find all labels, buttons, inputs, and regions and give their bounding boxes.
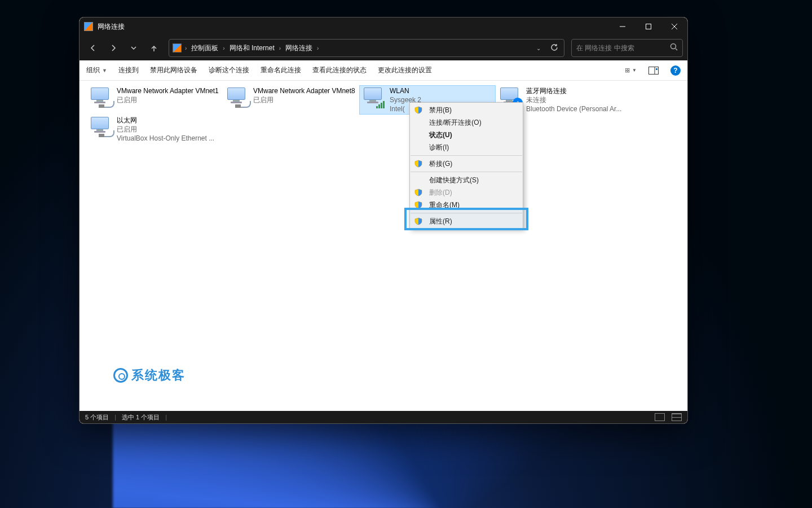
change-settings-button[interactable]: 更改此连接的设置 xyxy=(378,65,432,75)
context-menu-delete: 删除(D) xyxy=(410,186,523,199)
menu-separator xyxy=(411,172,522,172)
chevron-right-icon: › xyxy=(185,45,187,51)
shield-icon xyxy=(414,160,422,168)
breadcrumb-item[interactable]: 控制面板 xyxy=(190,42,219,54)
context-menu-shortcut[interactable]: 创建快捷方式(S) xyxy=(410,174,523,186)
network-item-name: 以太网 xyxy=(117,116,214,125)
command-bar: 组织▼ 连接到 禁用此网络设备 诊断这个连接 重命名此连接 查看此连接的状态 更… xyxy=(80,60,687,81)
watermark: 系统极客 xyxy=(113,367,186,384)
network-item-device: VirtualBox Host-Only Ethernet ... xyxy=(117,134,214,143)
network-adapter-icon xyxy=(225,86,250,109)
disable-device-button[interactable]: 禁用此网络设备 xyxy=(150,65,197,75)
location-icon xyxy=(173,43,182,52)
context-menu-properties[interactable]: 属性(R) xyxy=(410,215,523,227)
window-title: 网络连接 xyxy=(98,22,125,32)
nav-up-button[interactable] xyxy=(145,39,163,57)
network-item-device: Bluetooth Device (Personal Ar... xyxy=(526,104,621,113)
minimize-button[interactable] xyxy=(610,17,636,36)
shield-icon xyxy=(414,106,422,114)
help-button[interactable]: ? xyxy=(670,65,681,76)
tiles-view-button[interactable] xyxy=(672,413,682,421)
address-bar[interactable]: › 控制面板 › 网络和 Internet › 网络连接 › ⌄ xyxy=(169,39,564,57)
nav-recent-button[interactable] xyxy=(125,39,143,57)
context-menu-diagnose[interactable]: 诊断(I) xyxy=(410,141,523,154)
context-menu-rename[interactable]: 重命名(M) xyxy=(410,199,523,211)
network-item[interactable]: VMware Network Adapter VMnet1已启用 xyxy=(86,85,223,115)
breadcrumb-item[interactable]: 网络连接 xyxy=(284,42,314,54)
network-adapter-icon xyxy=(89,86,113,109)
preview-pane-button[interactable] xyxy=(648,65,659,76)
network-connections-window: 网络连接 › 控制面板 › 网络和 Internet › 网络连接 › ⌄ xyxy=(79,17,688,424)
network-item-status: 已启用 xyxy=(253,95,355,104)
address-dropdown-button[interactable]: ⌄ xyxy=(532,45,545,51)
chevron-right-icon: › xyxy=(317,45,319,51)
chevron-right-icon: › xyxy=(279,45,281,51)
network-item-name: 蓝牙网络连接 xyxy=(526,86,621,95)
navigation-bar: › 控制面板 › 网络和 Internet › 网络连接 › ⌄ xyxy=(80,36,687,60)
view-options-button[interactable]: ▼ xyxy=(625,65,637,76)
shield-icon xyxy=(414,217,422,225)
status-item-count: 5 个项目 xyxy=(85,413,109,422)
chevron-right-icon: › xyxy=(223,45,224,51)
rename-connection-button[interactable]: 重命名此连接 xyxy=(261,65,301,75)
context-menu-status[interactable]: 状态(U) xyxy=(410,129,523,141)
network-item-status: 已启用 xyxy=(117,95,219,104)
diagnose-button[interactable]: 诊断这个连接 xyxy=(209,65,249,75)
nav-back-button[interactable] xyxy=(84,39,102,57)
search-input[interactable] xyxy=(576,44,665,52)
menu-separator xyxy=(411,155,522,156)
context-menu-disable[interactable]: 禁用(B) xyxy=(410,104,523,116)
status-bar: 5 个项目 | 选中 1 个项目 | xyxy=(80,411,687,423)
nav-forward-button[interactable] xyxy=(104,39,122,57)
shield-icon xyxy=(414,189,422,196)
svg-rect-13 xyxy=(656,68,657,70)
network-adapter-icon xyxy=(89,116,113,138)
maximize-button[interactable] xyxy=(636,17,661,36)
breadcrumb-item[interactable]: 网络和 Internet xyxy=(228,42,276,54)
close-button[interactable] xyxy=(661,17,687,36)
menu-separator xyxy=(411,213,522,213)
watermark-logo-icon xyxy=(113,368,128,383)
svg-line-6 xyxy=(676,49,677,50)
refresh-button[interactable] xyxy=(548,43,561,53)
shield-icon xyxy=(414,201,422,209)
organize-menu[interactable]: 组织▼ xyxy=(86,65,107,75)
search-bar[interactable] xyxy=(571,39,683,57)
svg-rect-9 xyxy=(625,71,627,72)
search-icon[interactable] xyxy=(670,43,678,53)
status-selected-count: 选中 1 个项目 xyxy=(122,413,160,422)
context-menu-bridge[interactable]: 桥接(G) xyxy=(410,157,523,170)
app-icon xyxy=(84,22,93,31)
network-item[interactable]: VMware Network Adapter VMnet8已启用 xyxy=(223,85,359,115)
content-area: VMware Network Adapter VMnet1已启用VMware N… xyxy=(80,81,687,411)
network-item-name: VMware Network Adapter VMnet1 xyxy=(117,86,219,95)
context-menu: 禁用(B) 连接/断开连接(O) 状态(U) 诊断(I) 桥接(G) 创建快捷方… xyxy=(409,102,523,229)
context-menu-connect[interactable]: 连接/断开连接(O) xyxy=(410,116,523,129)
svg-rect-8 xyxy=(628,68,629,70)
view-status-button[interactable]: 查看此连接的状态 xyxy=(312,65,367,75)
svg-rect-1 xyxy=(646,24,651,29)
network-item-status: 未连接 xyxy=(526,95,621,104)
titlebar: 网络连接 xyxy=(80,17,687,36)
svg-rect-10 xyxy=(628,71,629,72)
svg-rect-11 xyxy=(649,67,659,74)
svg-point-5 xyxy=(671,44,676,49)
details-view-button[interactable] xyxy=(655,413,665,421)
network-item-name: VMware Network Adapter VMnet8 xyxy=(253,86,355,95)
network-item-name: WLAN xyxy=(390,86,421,95)
chevron-down-icon: ▼ xyxy=(102,68,107,73)
svg-rect-7 xyxy=(625,68,627,70)
network-item[interactable]: 以太网已启用VirtualBox Host-Only Ethernet ... xyxy=(86,115,223,144)
network-adapter-icon xyxy=(361,86,386,109)
connect-to-button[interactable]: 连接到 xyxy=(118,65,139,75)
network-item-status: 已启用 xyxy=(117,125,214,134)
